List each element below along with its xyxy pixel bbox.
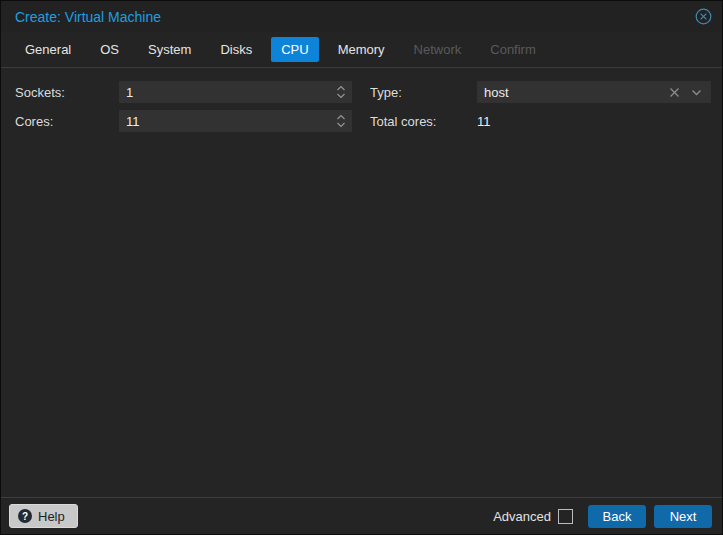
tab-bar: General OS System Disks CPU Memory Netwo… [1, 32, 722, 68]
sockets-input[interactable]: 1 [119, 81, 352, 103]
create-vm-dialog: Create: Virtual Machine General OS Syste… [0, 0, 723, 535]
tab-os[interactable]: OS [90, 37, 129, 62]
advanced-label: Advanced [493, 509, 551, 524]
form-right-column: Type: host [370, 81, 711, 132]
close-icon[interactable] [695, 8, 712, 25]
dialog-titlebar: Create: Virtual Machine [1, 1, 722, 32]
footer-actions: Advanced Back Next [493, 505, 712, 528]
question-mark-icon: ? [18, 509, 32, 523]
cores-row: Cores: 11 [15, 110, 352, 132]
type-combo-tools [669, 87, 711, 98]
sockets-spinner-icon[interactable] [330, 81, 352, 103]
next-button[interactable]: Next [654, 505, 712, 528]
chevron-down-icon[interactable] [691, 89, 702, 96]
tab-cpu[interactable]: CPU [271, 37, 318, 62]
tab-general[interactable]: General [15, 37, 81, 62]
tab-memory[interactable]: Memory [328, 37, 395, 62]
tab-disks[interactable]: Disks [210, 37, 262, 62]
clear-icon[interactable] [669, 87, 680, 98]
cores-label: Cores: [15, 114, 119, 129]
form-left-column: Sockets: 1 Cores: 11 [15, 81, 352, 132]
type-value: host [477, 85, 669, 100]
help-button-label: Help [38, 509, 65, 524]
type-row: Type: host [370, 81, 711, 103]
cores-input[interactable]: 11 [119, 110, 352, 132]
total-cores-label: Total cores: [370, 114, 477, 129]
cpu-form: Sockets: 1 Cores: 11 [15, 81, 711, 132]
type-label: Type: [370, 85, 477, 100]
advanced-checkbox[interactable] [558, 509, 573, 524]
type-combobox[interactable]: host [477, 81, 711, 103]
help-button[interactable]: ? Help [9, 504, 78, 528]
total-cores-row: Total cores: 11 [370, 110, 711, 132]
tab-network[interactable]: Network [404, 37, 472, 62]
cores-spinner-icon[interactable] [330, 110, 352, 132]
tab-confirm[interactable]: Confirm [480, 37, 546, 62]
sockets-label: Sockets: [15, 85, 119, 100]
sockets-row: Sockets: 1 [15, 81, 352, 103]
dialog-title: Create: Virtual Machine [15, 9, 161, 25]
total-cores-value: 11 [477, 114, 491, 129]
sockets-value: 1 [119, 85, 330, 100]
back-button[interactable]: Back [588, 505, 646, 528]
dialog-footer: ? Help Advanced Back Next [1, 497, 722, 534]
tab-system[interactable]: System [138, 37, 201, 62]
dialog-body: Sockets: 1 Cores: 11 [1, 68, 722, 497]
cores-value: 11 [119, 114, 330, 129]
